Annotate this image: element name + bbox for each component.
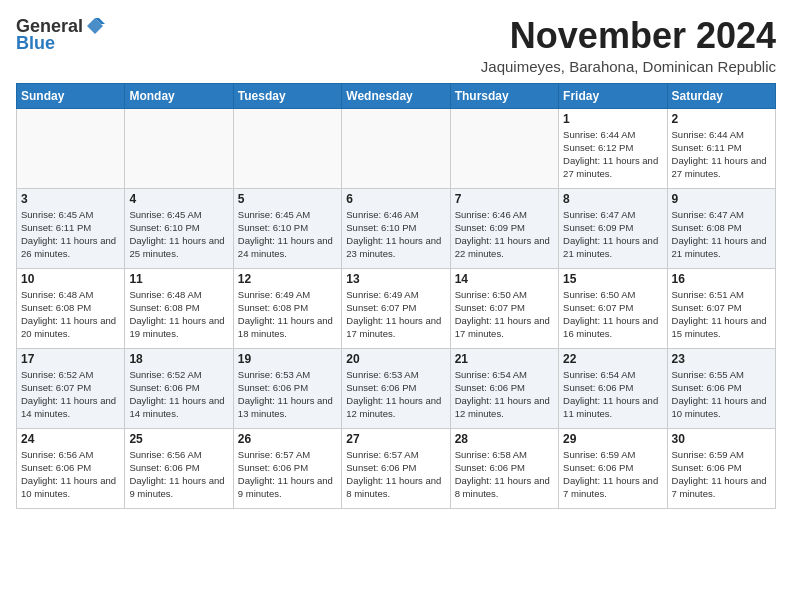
day-number: 2	[672, 112, 771, 126]
day-cell: 10Sunrise: 6:48 AM Sunset: 6:08 PM Dayli…	[17, 268, 125, 348]
week-row: 10Sunrise: 6:48 AM Sunset: 6:08 PM Dayli…	[17, 268, 776, 348]
day-number: 3	[21, 192, 120, 206]
day-info: Sunrise: 6:57 AM Sunset: 6:06 PM Dayligh…	[346, 448, 445, 501]
day-cell: 15Sunrise: 6:50 AM Sunset: 6:07 PM Dayli…	[559, 268, 667, 348]
day-info: Sunrise: 6:54 AM Sunset: 6:06 PM Dayligh…	[455, 368, 554, 421]
day-cell: 24Sunrise: 6:56 AM Sunset: 6:06 PM Dayli…	[17, 428, 125, 508]
day-info: Sunrise: 6:46 AM Sunset: 6:10 PM Dayligh…	[346, 208, 445, 261]
day-number: 5	[238, 192, 337, 206]
calendar-table: Sunday Monday Tuesday Wednesday Thursday…	[16, 83, 776, 509]
empty-cell	[233, 108, 341, 188]
col-saturday: Saturday	[667, 83, 775, 108]
day-number: 27	[346, 432, 445, 446]
day-cell: 29Sunrise: 6:59 AM Sunset: 6:06 PM Dayli…	[559, 428, 667, 508]
week-row: 17Sunrise: 6:52 AM Sunset: 6:07 PM Dayli…	[17, 348, 776, 428]
day-number: 22	[563, 352, 662, 366]
day-number: 7	[455, 192, 554, 206]
day-info: Sunrise: 6:59 AM Sunset: 6:06 PM Dayligh…	[672, 448, 771, 501]
day-cell: 16Sunrise: 6:51 AM Sunset: 6:07 PM Dayli…	[667, 268, 775, 348]
day-info: Sunrise: 6:48 AM Sunset: 6:08 PM Dayligh…	[21, 288, 120, 341]
day-info: Sunrise: 6:59 AM Sunset: 6:06 PM Dayligh…	[563, 448, 662, 501]
day-info: Sunrise: 6:53 AM Sunset: 6:06 PM Dayligh…	[238, 368, 337, 421]
day-number: 20	[346, 352, 445, 366]
day-info: Sunrise: 6:57 AM Sunset: 6:06 PM Dayligh…	[238, 448, 337, 501]
day-info: Sunrise: 6:50 AM Sunset: 6:07 PM Dayligh…	[563, 288, 662, 341]
day-number: 14	[455, 272, 554, 286]
col-sunday: Sunday	[17, 83, 125, 108]
day-info: Sunrise: 6:47 AM Sunset: 6:08 PM Dayligh…	[672, 208, 771, 261]
day-info: Sunrise: 6:49 AM Sunset: 6:07 PM Dayligh…	[346, 288, 445, 341]
day-number: 1	[563, 112, 662, 126]
day-cell: 28Sunrise: 6:58 AM Sunset: 6:06 PM Dayli…	[450, 428, 558, 508]
day-number: 18	[129, 352, 228, 366]
day-info: Sunrise: 6:44 AM Sunset: 6:11 PM Dayligh…	[672, 128, 771, 181]
col-friday: Friday	[559, 83, 667, 108]
day-number: 25	[129, 432, 228, 446]
day-cell: 30Sunrise: 6:59 AM Sunset: 6:06 PM Dayli…	[667, 428, 775, 508]
day-info: Sunrise: 6:56 AM Sunset: 6:06 PM Dayligh…	[21, 448, 120, 501]
day-number: 29	[563, 432, 662, 446]
col-wednesday: Wednesday	[342, 83, 450, 108]
day-number: 12	[238, 272, 337, 286]
day-cell: 3Sunrise: 6:45 AM Sunset: 6:11 PM Daylig…	[17, 188, 125, 268]
day-cell: 6Sunrise: 6:46 AM Sunset: 6:10 PM Daylig…	[342, 188, 450, 268]
day-number: 19	[238, 352, 337, 366]
day-cell: 17Sunrise: 6:52 AM Sunset: 6:07 PM Dayli…	[17, 348, 125, 428]
col-thursday: Thursday	[450, 83, 558, 108]
empty-cell	[125, 108, 233, 188]
logo: General Blue	[16, 16, 105, 54]
day-cell: 11Sunrise: 6:48 AM Sunset: 6:08 PM Dayli…	[125, 268, 233, 348]
day-number: 15	[563, 272, 662, 286]
day-number: 30	[672, 432, 771, 446]
col-monday: Monday	[125, 83, 233, 108]
day-info: Sunrise: 6:51 AM Sunset: 6:07 PM Dayligh…	[672, 288, 771, 341]
day-cell: 27Sunrise: 6:57 AM Sunset: 6:06 PM Dayli…	[342, 428, 450, 508]
day-cell: 2Sunrise: 6:44 AM Sunset: 6:11 PM Daylig…	[667, 108, 775, 188]
day-info: Sunrise: 6:45 AM Sunset: 6:10 PM Dayligh…	[129, 208, 228, 261]
day-cell: 19Sunrise: 6:53 AM Sunset: 6:06 PM Dayli…	[233, 348, 341, 428]
calendar-header-row: Sunday Monday Tuesday Wednesday Thursday…	[17, 83, 776, 108]
day-cell: 13Sunrise: 6:49 AM Sunset: 6:07 PM Dayli…	[342, 268, 450, 348]
day-cell: 23Sunrise: 6:55 AM Sunset: 6:06 PM Dayli…	[667, 348, 775, 428]
day-info: Sunrise: 6:52 AM Sunset: 6:06 PM Dayligh…	[129, 368, 228, 421]
day-cell: 7Sunrise: 6:46 AM Sunset: 6:09 PM Daylig…	[450, 188, 558, 268]
logo-blue-text: Blue	[16, 33, 55, 54]
day-cell: 25Sunrise: 6:56 AM Sunset: 6:06 PM Dayli…	[125, 428, 233, 508]
day-number: 6	[346, 192, 445, 206]
day-cell: 14Sunrise: 6:50 AM Sunset: 6:07 PM Dayli…	[450, 268, 558, 348]
day-number: 9	[672, 192, 771, 206]
day-info: Sunrise: 6:46 AM Sunset: 6:09 PM Dayligh…	[455, 208, 554, 261]
day-number: 23	[672, 352, 771, 366]
day-number: 11	[129, 272, 228, 286]
day-number: 16	[672, 272, 771, 286]
day-cell: 22Sunrise: 6:54 AM Sunset: 6:06 PM Dayli…	[559, 348, 667, 428]
title-block: November 2024 Jaquimeyes, Barahona, Domi…	[481, 16, 776, 75]
day-info: Sunrise: 6:55 AM Sunset: 6:06 PM Dayligh…	[672, 368, 771, 421]
day-info: Sunrise: 6:50 AM Sunset: 6:07 PM Dayligh…	[455, 288, 554, 341]
col-tuesday: Tuesday	[233, 83, 341, 108]
empty-cell	[17, 108, 125, 188]
week-row: 24Sunrise: 6:56 AM Sunset: 6:06 PM Dayli…	[17, 428, 776, 508]
day-number: 24	[21, 432, 120, 446]
day-info: Sunrise: 6:52 AM Sunset: 6:07 PM Dayligh…	[21, 368, 120, 421]
day-cell: 21Sunrise: 6:54 AM Sunset: 6:06 PM Dayli…	[450, 348, 558, 428]
week-row: 1Sunrise: 6:44 AM Sunset: 6:12 PM Daylig…	[17, 108, 776, 188]
day-number: 8	[563, 192, 662, 206]
day-number: 28	[455, 432, 554, 446]
day-cell: 26Sunrise: 6:57 AM Sunset: 6:06 PM Dayli…	[233, 428, 341, 508]
logo-icon	[85, 16, 105, 36]
week-row: 3Sunrise: 6:45 AM Sunset: 6:11 PM Daylig…	[17, 188, 776, 268]
day-number: 10	[21, 272, 120, 286]
page-header: General Blue November 2024 Jaquimeyes, B…	[16, 16, 776, 75]
day-number: 13	[346, 272, 445, 286]
day-cell: 4Sunrise: 6:45 AM Sunset: 6:10 PM Daylig…	[125, 188, 233, 268]
day-number: 26	[238, 432, 337, 446]
day-info: Sunrise: 6:48 AM Sunset: 6:08 PM Dayligh…	[129, 288, 228, 341]
month-title: November 2024	[481, 16, 776, 56]
day-info: Sunrise: 6:45 AM Sunset: 6:10 PM Dayligh…	[238, 208, 337, 261]
day-cell: 9Sunrise: 6:47 AM Sunset: 6:08 PM Daylig…	[667, 188, 775, 268]
day-info: Sunrise: 6:58 AM Sunset: 6:06 PM Dayligh…	[455, 448, 554, 501]
day-info: Sunrise: 6:47 AM Sunset: 6:09 PM Dayligh…	[563, 208, 662, 261]
day-info: Sunrise: 6:45 AM Sunset: 6:11 PM Dayligh…	[21, 208, 120, 261]
day-info: Sunrise: 6:56 AM Sunset: 6:06 PM Dayligh…	[129, 448, 228, 501]
